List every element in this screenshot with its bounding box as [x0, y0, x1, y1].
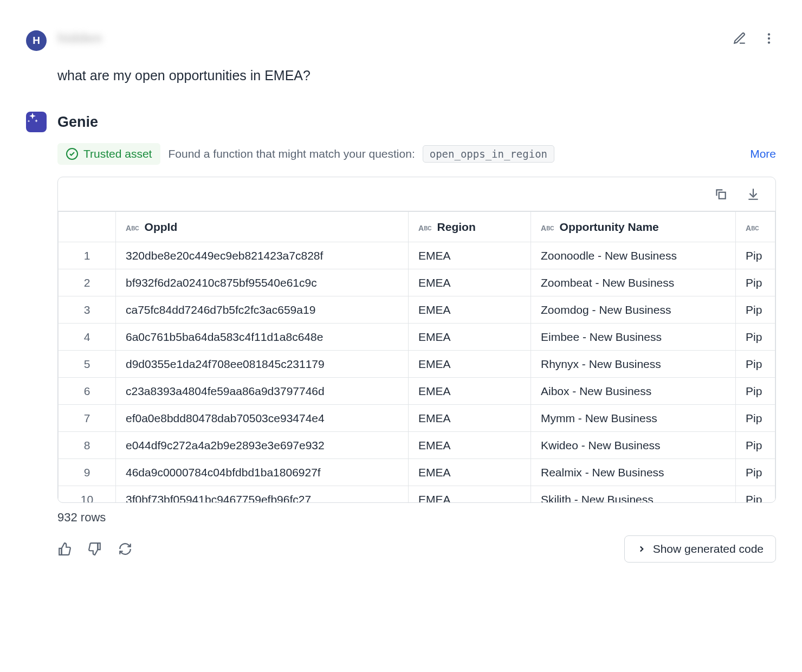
thumbs-up-icon[interactable] — [57, 542, 72, 556]
cell-extra: Pip — [736, 351, 775, 378]
cell-extra: Pip — [736, 269, 775, 296]
cell-opportunity-name: Aibox - New Business — [531, 378, 736, 405]
copy-icon[interactable] — [714, 187, 728, 201]
cell-extra: Pip — [736, 378, 775, 405]
user-name: hidden — [57, 30, 102, 46]
results-table: OppId Region Opportunity Name 1320dbe8e2… — [58, 211, 775, 502]
more-link[interactable]: More — [750, 147, 776, 160]
cell-oppid: ef0a0e8bdd80478dab70503ce93474e4 — [116, 405, 409, 432]
cell-opportunity-name: Eimbee - New Business — [531, 324, 736, 351]
genie-header: Genie — [26, 112, 776, 132]
cell-oppid: 3f0bf73bf05941bc9467759efb96fc27 — [116, 486, 409, 503]
cell-extra: Pip — [736, 432, 775, 459]
table-row[interactable]: 8e044df9c272a4a2b9e2893e3e697e932EMEAKwi… — [59, 432, 775, 459]
svg-rect-3 — [719, 192, 726, 199]
svg-point-1 — [768, 37, 770, 39]
text-type-icon — [746, 224, 759, 232]
kebab-menu-icon[interactable] — [762, 31, 776, 46]
cell-region: EMEA — [409, 459, 531, 486]
column-header-index[interactable] — [59, 212, 116, 242]
text-type-icon — [418, 224, 432, 232]
cell-extra: Pip — [736, 459, 775, 486]
cell-opportunity-name: Skilith - New Business — [531, 486, 736, 503]
row-index: 3 — [59, 296, 116, 324]
cell-oppid: ca75fc84dd7246d7b5fc2fc3ac659a19 — [116, 296, 409, 324]
cell-opportunity-name: Mymm - New Business — [531, 405, 736, 432]
cell-region: EMEA — [409, 486, 531, 503]
results-panel: OppId Region Opportunity Name 1320dbe8e2… — [57, 177, 776, 503]
genie-avatar — [26, 112, 47, 132]
row-index: 2 — [59, 269, 116, 296]
cell-region: EMEA — [409, 296, 531, 324]
cell-opportunity-name: Rhynyx - New Business — [531, 351, 736, 378]
table-row[interactable]: 2bf932f6d2a02410c875bf95540e61c9cEMEAZoo… — [59, 269, 775, 296]
column-header-region[interactable]: Region — [409, 212, 531, 242]
genie-title: Genie — [57, 114, 98, 131]
cell-oppid: 320dbe8e20c449ec9eb821423a7c828f — [116, 242, 409, 269]
text-type-icon — [126, 224, 139, 232]
row-index: 6 — [59, 378, 116, 405]
table-row[interactable]: 3ca75fc84dd7246d7b5fc2fc3ac659a19EMEAZoo… — [59, 296, 775, 324]
cell-oppid: bf932f6d2a02410c875bf95540e61c9c — [116, 269, 409, 296]
column-header-oppid[interactable]: OppId — [116, 212, 409, 242]
cell-opportunity-name: Zoomdog - New Business — [531, 296, 736, 324]
thumbs-down-icon[interactable] — [88, 542, 102, 556]
svg-point-2 — [768, 41, 770, 43]
table-row[interactable]: 46a0c761b5ba64da583c4f11d1a8c648eEMEAEim… — [59, 324, 775, 351]
cell-opportunity-name: Kwideo - New Business — [531, 432, 736, 459]
trusted-label: Trusted asset — [83, 147, 152, 160]
found-function-text: Found a function that might match your q… — [168, 147, 415, 160]
cell-extra: Pip — [736, 324, 775, 351]
function-chip[interactable]: open_opps_in_region — [423, 145, 554, 163]
cell-opportunity-name: Realmix - New Business — [531, 459, 736, 486]
table-row[interactable]: 103f0bf73bf05941bc9467759efb96fc27EMEASk… — [59, 486, 775, 503]
column-header-opportunity-name[interactable]: Opportunity Name — [531, 212, 736, 242]
trusted-asset-badge: Trusted asset — [57, 143, 160, 165]
row-index: 5 — [59, 351, 116, 378]
cell-oppid: 46da9c0000784c04bfdbd1ba1806927f — [116, 459, 409, 486]
row-index: 10 — [59, 486, 116, 503]
cell-oppid: c23a8393a4804fe59aa86a9d3797746d — [116, 378, 409, 405]
row-index: 4 — [59, 324, 116, 351]
table-row[interactable]: 7ef0a0e8bdd80478dab70503ce93474e4EMEAMym… — [59, 405, 775, 432]
column-header-extra[interactable] — [736, 212, 775, 242]
cell-region: EMEA — [409, 269, 531, 296]
cell-extra: Pip — [736, 296, 775, 324]
cell-extra: Pip — [736, 486, 775, 503]
table-row[interactable]: 1320dbe8e20c449ec9eb821423a7c828fEMEAZoo… — [59, 242, 775, 269]
user-message: H hidden what are my open opportunities … — [26, 30, 776, 83]
cell-region: EMEA — [409, 432, 531, 459]
cell-oppid: 6a0c761b5ba64da583c4f11d1a8c648e — [116, 324, 409, 351]
cell-region: EMEA — [409, 405, 531, 432]
row-index: 1 — [59, 242, 116, 269]
row-index: 9 — [59, 459, 116, 486]
svg-point-0 — [768, 33, 770, 35]
cell-extra: Pip — [736, 242, 775, 269]
download-icon[interactable] — [746, 187, 760, 201]
cell-extra: Pip — [736, 405, 775, 432]
cell-opportunity-name: Zoonoodle - New Business — [531, 242, 736, 269]
cell-oppid: d9d0355e1da24f708ee081845c231179 — [116, 351, 409, 378]
row-index: 8 — [59, 432, 116, 459]
row-index: 7 — [59, 405, 116, 432]
edit-icon[interactable] — [733, 31, 747, 46]
table-row[interactable]: 5d9d0355e1da24f708ee081845c231179EMEARhy… — [59, 351, 775, 378]
cell-region: EMEA — [409, 378, 531, 405]
table-row[interactable]: 6c23a8393a4804fe59aa86a9d3797746dEMEAAib… — [59, 378, 775, 405]
cell-opportunity-name: Zoombeat - New Business — [531, 269, 736, 296]
info-bar: Trusted asset Found a function that migh… — [57, 143, 776, 165]
chevron-right-icon — [637, 544, 646, 554]
show-code-button[interactable]: Show generated code — [624, 535, 776, 563]
user-avatar: H — [26, 30, 47, 51]
cell-oppid: e044df9c272a4a2b9e2893e3e697e932 — [116, 432, 409, 459]
check-circle-icon — [66, 148, 78, 160]
refresh-icon[interactable] — [118, 542, 132, 556]
text-type-icon — [541, 224, 554, 232]
cell-region: EMEA — [409, 324, 531, 351]
cell-region: EMEA — [409, 351, 531, 378]
table-row[interactable]: 946da9c0000784c04bfdbd1ba1806927fEMEARea… — [59, 459, 775, 486]
row-count: 932 rows — [57, 511, 776, 525]
user-question: what are my open opportunities in EMEA? — [57, 68, 776, 83]
cell-region: EMEA — [409, 242, 531, 269]
